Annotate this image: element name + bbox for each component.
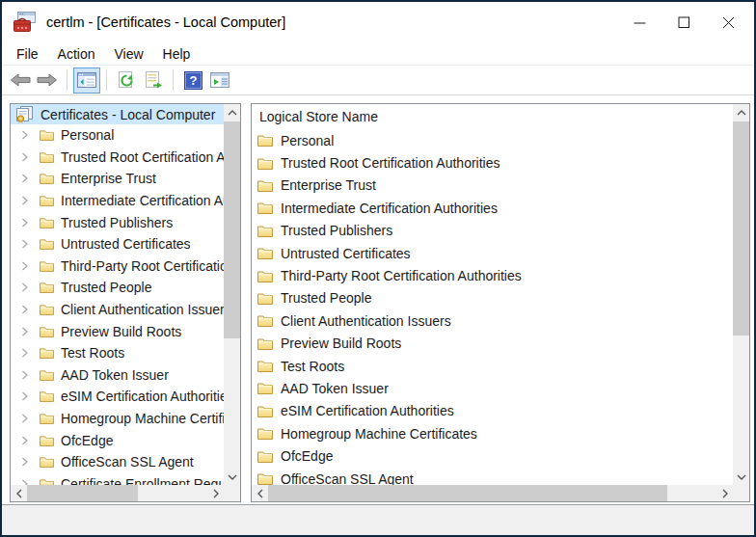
list-item[interactable]: Homegroup Machine Certificates	[252, 422, 733, 444]
list-item[interactable]: eSIM Certification Authorities	[252, 400, 733, 422]
list-item[interactable]: Trusted People	[252, 287, 733, 309]
tree-item[interactable]: Homegroup Machine Certificates	[11, 408, 224, 430]
show-hide-action-pane-button[interactable]	[206, 67, 233, 94]
tree-vertical-scrollbar[interactable]	[224, 104, 240, 485]
scrollbar-thumb[interactable]	[27, 485, 138, 501]
list-item[interactable]: Trusted Publishers	[252, 220, 733, 242]
list-item[interactable]: Intermediate Certification Authorities	[252, 197, 733, 219]
scroll-left-arrow[interactable]	[11, 485, 27, 501]
chevron-right-icon[interactable]	[21, 261, 29, 271]
menu-item[interactable]: View	[104, 44, 152, 64]
menu-item[interactable]: Help	[153, 44, 201, 64]
scrollbar-thumb[interactable]	[224, 121, 240, 338]
scroll-down-arrow[interactable]	[224, 469, 240, 485]
tree-item[interactable]: Test Roots	[11, 342, 224, 364]
list-item-label: Trusted Root Certification Authorities	[281, 155, 500, 171]
list-item[interactable]: Third-Party Root Certification Authoriti…	[252, 264, 733, 286]
tree-horizontal-scrollbar[interactable]	[11, 485, 224, 501]
tree-root-certificates-local-computer[interactable]: Certificates - Local Computer	[11, 104, 224, 124]
tree-item[interactable]: OfcEdge	[11, 429, 224, 451]
chevron-right-icon[interactable]	[21, 196, 29, 205]
scroll-left-arrow[interactable]	[252, 485, 268, 501]
list-item[interactable]: Preview Build Roots	[252, 333, 733, 355]
scroll-up-arrow[interactable]	[733, 104, 749, 121]
maximize-button[interactable]	[662, 2, 706, 42]
list-item[interactable]: Untrusted Certificates	[252, 242, 733, 264]
scroll-right-arrow[interactable]	[716, 485, 733, 501]
chevron-right-icon[interactable]	[21, 218, 29, 228]
chevron-right-icon[interactable]	[21, 391, 29, 401]
scroll-up-arrow[interactable]	[224, 104, 240, 121]
list-item[interactable]: Enterprise Trust	[252, 175, 733, 197]
tree-item[interactable]: Enterprise Trust	[11, 168, 224, 190]
tree-item[interactable]: Personal	[11, 124, 224, 147]
list-item[interactable]: OfficeScan SSL Agent	[252, 468, 733, 485]
tree-item[interactable]: Intermediate Certification Authorities	[11, 190, 224, 212]
help-button[interactable]: ?	[179, 67, 206, 94]
folder-icon	[40, 217, 54, 228]
list-item-label: Untrusted Certificates	[281, 246, 411, 261]
show-hide-console-tree-button[interactable]	[73, 67, 100, 94]
list-item[interactable]: AAD Token Issuer	[252, 377, 733, 399]
tree-item[interactable]: OfficeScan SSL Agent	[11, 451, 224, 473]
folder-icon	[40, 369, 54, 381]
export-list-button[interactable]	[140, 67, 167, 94]
tree-item-label: OfcEdge	[61, 433, 113, 448]
menu-item[interactable]: File	[7, 44, 48, 64]
tree-item[interactable]: Certificate Enrollment Requests	[11, 473, 224, 486]
list-horizontal-scrollbar[interactable]	[252, 485, 733, 501]
list-item[interactable]: Client Authentication Issuers	[252, 309, 733, 332]
tree-item[interactable]: Untrusted Certificates	[11, 233, 224, 255]
chevron-right-icon[interactable]	[21, 305, 29, 314]
tree-item[interactable]: Preview Build Roots	[11, 320, 224, 342]
chevron-right-icon[interactable]	[21, 130, 29, 140]
close-button[interactable]	[706, 2, 750, 42]
scrollbar-corner	[224, 485, 240, 501]
column-header-logical-store-name[interactable]: Logical Store Name	[252, 104, 733, 129]
tree-item-label: Enterprise Trust	[61, 171, 156, 186]
action-pane-icon	[210, 72, 230, 88]
tree-item[interactable]: eSIM Certification Authorities	[11, 386, 224, 408]
tree-item[interactable]: Trusted People	[11, 277, 224, 299]
folder-icon	[257, 382, 273, 394]
back-arrow-icon	[10, 73, 31, 87]
list-item[interactable]: Trusted Root Certification Authorities	[252, 151, 733, 174]
menu-item[interactable]: Action	[48, 44, 105, 64]
list-item[interactable]: Personal	[252, 129, 733, 151]
chevron-right-icon[interactable]	[21, 436, 29, 445]
tree-item[interactable]: Third-Party Root Certification Authoriti…	[11, 255, 224, 278]
folder-icon	[257, 427, 273, 440]
scroll-right-arrow[interactable]	[207, 485, 224, 501]
minimize-button[interactable]	[617, 2, 662, 42]
chevron-right-icon[interactable]	[21, 414, 29, 423]
tree-item[interactable]: Trusted Root Certification Authorities	[11, 147, 224, 169]
list-vertical-scrollbar[interactable]	[733, 104, 749, 485]
scrollbar-thumb[interactable]	[268, 485, 667, 501]
chevron-right-icon[interactable]	[21, 239, 29, 249]
chevron-right-icon[interactable]	[21, 370, 29, 380]
refresh-button[interactable]	[113, 67, 140, 94]
chevron-right-icon[interactable]	[21, 282, 29, 292]
tree-item[interactable]: Trusted Publishers	[11, 211, 224, 233]
list-item-label: Trusted People	[281, 290, 371, 306]
chevron-right-icon[interactable]	[21, 174, 29, 183]
tree-item[interactable]: AAD Token Issuer	[11, 364, 224, 387]
folder-icon	[257, 179, 273, 192]
list-item[interactable]: OfcEdge	[252, 444, 733, 467]
list-items: Personal Trusted Root Certification Auth…	[252, 129, 733, 485]
chevron-right-icon[interactable]	[21, 327, 29, 336]
tree-item[interactable]: Client Authentication Issuers	[11, 299, 224, 321]
list-item[interactable]: Test Roots	[252, 355, 733, 377]
folder-icon	[40, 304, 54, 315]
tree-item-label: Personal	[61, 127, 114, 143]
scrollbar-thumb[interactable]	[733, 121, 749, 336]
scroll-down-arrow[interactable]	[733, 469, 749, 485]
chevron-right-icon[interactable]	[21, 152, 29, 162]
forward-button[interactable]	[34, 67, 61, 94]
folder-icon	[257, 450, 273, 463]
chevron-right-icon[interactable]	[21, 348, 29, 358]
back-button[interactable]	[7, 67, 34, 94]
chevron-right-icon[interactable]	[21, 457, 29, 467]
list-item-label: Preview Build Roots	[281, 336, 401, 351]
list-item-label: OfcEdge	[281, 448, 333, 464]
